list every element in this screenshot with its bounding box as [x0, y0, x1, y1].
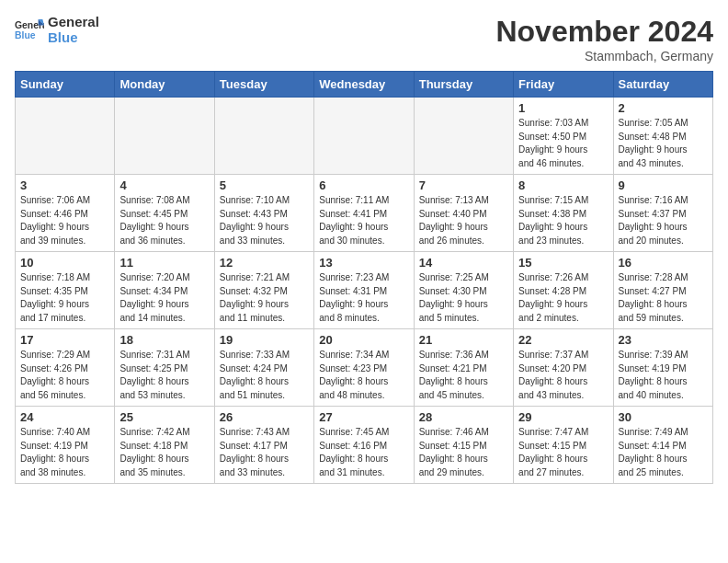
day-number: 16	[619, 256, 708, 270]
calendar-cell: 9Sunrise: 7:16 AM Sunset: 4:37 PM Daylig…	[613, 175, 712, 252]
calendar-body: 1Sunrise: 7:03 AM Sunset: 4:50 PM Daylig…	[16, 98, 713, 484]
day-info: Sunrise: 7:15 AM Sunset: 4:38 PM Dayligh…	[518, 194, 608, 247]
calendar-cell: 14Sunrise: 7:25 AM Sunset: 4:30 PM Dayli…	[414, 252, 513, 329]
calendar-week-3: 10Sunrise: 7:18 AM Sunset: 4:35 PM Dayli…	[16, 252, 713, 329]
day-info: Sunrise: 7:26 AM Sunset: 4:28 PM Dayligh…	[518, 271, 608, 325]
calendar-cell: 1Sunrise: 7:03 AM Sunset: 4:50 PM Daylig…	[514, 98, 613, 175]
logo: General Blue General Blue	[15, 15, 99, 45]
day-info: Sunrise: 7:18 AM Sunset: 4:35 PM Dayligh…	[20, 271, 109, 325]
day-info: Sunrise: 7:39 AM Sunset: 4:19 PM Dayligh…	[619, 349, 708, 402]
day-number: 4	[119, 178, 209, 192]
calendar-table: SundayMondayTuesdayWednesdayThursdayFrid…	[15, 71, 713, 484]
day-number: 18	[119, 333, 209, 347]
day-number: 8	[518, 178, 608, 192]
day-number: 14	[419, 256, 508, 270]
calendar-cell: 13Sunrise: 7:23 AM Sunset: 4:31 PM Dayli…	[314, 252, 414, 329]
day-number: 2	[619, 101, 708, 115]
day-number: 23	[619, 333, 708, 347]
calendar-cell	[16, 98, 115, 175]
day-number: 5	[220, 178, 309, 192]
day-number: 27	[319, 410, 408, 424]
calendar-cell: 2Sunrise: 7:05 AM Sunset: 4:48 PM Daylig…	[613, 98, 712, 175]
day-number: 17	[20, 333, 109, 347]
day-number: 7	[419, 178, 508, 192]
day-header-saturday: Saturday	[613, 72, 712, 98]
day-info: Sunrise: 7:37 AM Sunset: 4:20 PM Dayligh…	[518, 349, 608, 402]
day-info: Sunrise: 7:13 AM Sunset: 4:40 PM Dayligh…	[419, 194, 508, 247]
day-number: 15	[518, 256, 608, 270]
page-header: General Blue General Blue November 2024 …	[15, 15, 713, 63]
calendar-cell: 3Sunrise: 7:06 AM Sunset: 4:46 PM Daylig…	[16, 175, 115, 252]
day-number: 19	[220, 333, 309, 347]
day-number: 28	[419, 410, 508, 424]
calendar-cell: 8Sunrise: 7:15 AM Sunset: 4:38 PM Daylig…	[514, 175, 613, 252]
calendar-cell: 21Sunrise: 7:36 AM Sunset: 4:21 PM Dayli…	[414, 329, 513, 407]
day-info: Sunrise: 7:46 AM Sunset: 4:15 PM Dayligh…	[419, 426, 508, 479]
calendar-cell	[115, 98, 214, 175]
calendar-cell: 20Sunrise: 7:34 AM Sunset: 4:23 PM Dayli…	[314, 329, 414, 407]
title-block: November 2024 Stammbach, Germany	[495, 15, 713, 63]
calendar-cell: 15Sunrise: 7:26 AM Sunset: 4:28 PM Dayli…	[514, 252, 613, 329]
day-number: 3	[20, 178, 109, 192]
day-info: Sunrise: 7:23 AM Sunset: 4:31 PM Dayligh…	[319, 271, 408, 325]
day-info: Sunrise: 7:31 AM Sunset: 4:25 PM Dayligh…	[119, 349, 209, 402]
calendar-header-row: SundayMondayTuesdayWednesdayThursdayFrid…	[16, 72, 713, 98]
calendar-cell: 24Sunrise: 7:40 AM Sunset: 4:19 PM Dayli…	[16, 407, 115, 484]
day-number: 25	[119, 410, 209, 424]
calendar-cell: 25Sunrise: 7:42 AM Sunset: 4:18 PM Dayli…	[115, 407, 214, 484]
day-info: Sunrise: 7:25 AM Sunset: 4:30 PM Dayligh…	[419, 271, 508, 325]
location-subtitle: Stammbach, Germany	[495, 49, 713, 63]
calendar-cell	[414, 98, 513, 175]
calendar-cell: 30Sunrise: 7:49 AM Sunset: 4:14 PM Dayli…	[613, 407, 712, 484]
calendar-cell: 11Sunrise: 7:20 AM Sunset: 4:34 PM Dayli…	[115, 252, 214, 329]
day-number: 1	[518, 101, 608, 115]
calendar-cell: 10Sunrise: 7:18 AM Sunset: 4:35 PM Dayli…	[16, 252, 115, 329]
calendar-cell: 18Sunrise: 7:31 AM Sunset: 4:25 PM Dayli…	[115, 329, 214, 407]
calendar-cell: 29Sunrise: 7:47 AM Sunset: 4:15 PM Dayli…	[514, 407, 613, 484]
calendar-week-5: 24Sunrise: 7:40 AM Sunset: 4:19 PM Dayli…	[16, 407, 713, 484]
day-number: 10	[20, 256, 109, 270]
day-info: Sunrise: 7:45 AM Sunset: 4:16 PM Dayligh…	[319, 426, 408, 479]
month-title: November 2024	[495, 15, 713, 49]
day-info: Sunrise: 7:28 AM Sunset: 4:27 PM Dayligh…	[619, 271, 708, 325]
calendar-cell: 22Sunrise: 7:37 AM Sunset: 4:20 PM Dayli…	[514, 329, 613, 407]
calendar-cell: 27Sunrise: 7:45 AM Sunset: 4:16 PM Dayli…	[314, 407, 414, 484]
day-header-monday: Monday	[115, 72, 214, 98]
day-info: Sunrise: 7:05 AM Sunset: 4:48 PM Dayligh…	[619, 117, 708, 170]
calendar-cell	[314, 98, 414, 175]
day-info: Sunrise: 7:21 AM Sunset: 4:32 PM Dayligh…	[220, 271, 309, 325]
calendar-cell: 6Sunrise: 7:11 AM Sunset: 4:41 PM Daylig…	[314, 175, 414, 252]
calendar-cell: 5Sunrise: 7:10 AM Sunset: 4:43 PM Daylig…	[214, 175, 313, 252]
day-info: Sunrise: 7:11 AM Sunset: 4:41 PM Dayligh…	[319, 194, 408, 247]
calendar-cell: 28Sunrise: 7:46 AM Sunset: 4:15 PM Dayli…	[414, 407, 513, 484]
day-header-thursday: Thursday	[414, 72, 513, 98]
day-info: Sunrise: 7:43 AM Sunset: 4:17 PM Dayligh…	[220, 426, 309, 479]
calendar-cell: 17Sunrise: 7:29 AM Sunset: 4:26 PM Dayli…	[16, 329, 115, 407]
day-info: Sunrise: 7:49 AM Sunset: 4:14 PM Dayligh…	[619, 426, 708, 479]
day-info: Sunrise: 7:40 AM Sunset: 4:19 PM Dayligh…	[20, 426, 109, 479]
calendar-cell: 16Sunrise: 7:28 AM Sunset: 4:27 PM Dayli…	[613, 252, 712, 329]
day-number: 30	[619, 410, 708, 424]
calendar-cell: 7Sunrise: 7:13 AM Sunset: 4:40 PM Daylig…	[414, 175, 513, 252]
day-number: 20	[319, 333, 408, 347]
logo-icon: General Blue	[15, 17, 44, 43]
day-number: 11	[119, 256, 209, 270]
calendar-cell: 4Sunrise: 7:08 AM Sunset: 4:45 PM Daylig…	[115, 175, 214, 252]
day-number: 26	[220, 410, 309, 424]
day-header-wednesday: Wednesday	[314, 72, 414, 98]
day-info: Sunrise: 7:29 AM Sunset: 4:26 PM Dayligh…	[20, 349, 109, 402]
day-header-sunday: Sunday	[16, 72, 115, 98]
day-number: 22	[518, 333, 608, 347]
day-info: Sunrise: 7:20 AM Sunset: 4:34 PM Dayligh…	[119, 271, 209, 325]
day-info: Sunrise: 7:03 AM Sunset: 4:50 PM Dayligh…	[518, 117, 608, 170]
day-info: Sunrise: 7:08 AM Sunset: 4:45 PM Dayligh…	[119, 194, 209, 247]
calendar-week-2: 3Sunrise: 7:06 AM Sunset: 4:46 PM Daylig…	[16, 175, 713, 252]
day-info: Sunrise: 7:10 AM Sunset: 4:43 PM Dayligh…	[220, 194, 309, 247]
day-number: 24	[20, 410, 109, 424]
day-info: Sunrise: 7:36 AM Sunset: 4:21 PM Dayligh…	[419, 349, 508, 402]
calendar-week-4: 17Sunrise: 7:29 AM Sunset: 4:26 PM Dayli…	[16, 329, 713, 407]
calendar-cell: 26Sunrise: 7:43 AM Sunset: 4:17 PM Dayli…	[214, 407, 313, 484]
day-header-friday: Friday	[514, 72, 613, 98]
day-info: Sunrise: 7:16 AM Sunset: 4:37 PM Dayligh…	[619, 194, 708, 247]
day-number: 6	[319, 178, 408, 192]
